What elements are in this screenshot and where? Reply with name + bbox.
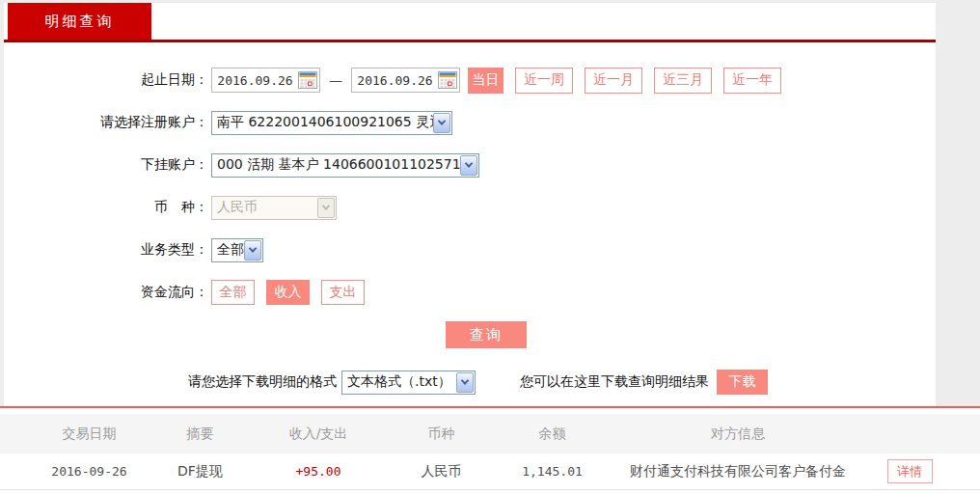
start-date-value: 2016.09.26: [212, 73, 298, 88]
header-currency: 币种: [386, 425, 497, 443]
chevron-down-icon: [438, 117, 446, 124]
register-account-label: 请选择注册账户：: [4, 114, 208, 131]
fund-flow-label: 资金流向：: [4, 284, 208, 301]
fund-flow-expense-button[interactable]: 支出: [321, 280, 365, 305]
select-arrow-button[interactable]: [244, 240, 261, 261]
query-form: 起止日期： 2016.09.26: [4, 59, 936, 398]
download-hint-text: 您可以在这里下载查询明细结果: [520, 373, 709, 391]
cell-summary: DF提现: [150, 463, 251, 480]
query-button[interactable]: 查询: [446, 321, 527, 348]
date-range-label: 起止日期：: [4, 71, 208, 89]
download-format-select[interactable]: 文本格式（.txt）: [341, 370, 476, 395]
detail-button[interactable]: 详情: [887, 459, 933, 483]
sub-account-row: 下挂账户： 000 活期 基本户 1406600101102571848: [4, 144, 936, 186]
chevron-down-icon: [249, 244, 257, 252]
download-format-value: 文本格式（.txt）: [342, 373, 456, 391]
header-trade-date: 交易日期: [29, 425, 150, 443]
header-counterparty: 对方信息: [608, 425, 868, 443]
date-range-row: 起止日期： 2016.09.26: [4, 59, 936, 101]
sub-account-value: 000 活期 基本户 1406600101102571848: [212, 156, 460, 174]
table-header-row: 交易日期 摘要 收入/支出 币种 余额 对方信息: [0, 414, 980, 453]
tab-detail-query[interactable]: 明细查询: [8, 3, 151, 40]
quick-range-week-button[interactable]: 近一周: [515, 68, 573, 94]
fund-flow-income-button[interactable]: 收入: [266, 280, 310, 305]
calendar-icon[interactable]: [298, 71, 317, 89]
quick-range-quarter-button[interactable]: 近三月: [654, 68, 712, 94]
cell-balance: 1,145.01: [497, 464, 608, 479]
business-type-value: 全部: [212, 241, 244, 259]
end-date-input[interactable]: 2016.09.26: [351, 68, 460, 93]
chevron-down-icon: [465, 159, 473, 167]
business-type-label: 业务类型：: [4, 241, 208, 259]
date-separator: —: [329, 72, 342, 88]
quick-range-today-button[interactable]: 当日: [468, 68, 504, 94]
tab-underline: [4, 40, 936, 42]
quick-range-year-button[interactable]: 近一年: [723, 68, 781, 94]
register-account-row: 请选择注册账户： 南平 6222001406100921065 灵通卡: [4, 101, 936, 144]
end-date-value: 2016.09.26: [352, 73, 438, 88]
currency-select: 人民币: [211, 196, 337, 220]
cell-amount: +95.00: [251, 464, 386, 479]
result-table-section: 交易日期 摘要 收入/支出 币种 余额 对方信息 2016-09-26 DF提现…: [0, 406, 980, 494]
query-button-row: 查询: [4, 314, 936, 356]
fund-flow-all-button[interactable]: 全部: [211, 280, 255, 305]
cell-currency: 人民币: [386, 463, 497, 480]
select-arrow-button: [317, 198, 335, 218]
query-panel: 明细查询 起止日期： 2016.09.26: [4, 3, 936, 406]
currency-value: 人民币: [212, 199, 317, 216]
select-arrow-button[interactable]: [433, 113, 450, 133]
business-type-select[interactable]: 全部: [211, 238, 263, 262]
chevron-down-icon: [461, 376, 469, 384]
header-income-expense: 收入/支出: [251, 425, 386, 443]
download-format-label: 请您选择下载明细的格式: [188, 373, 337, 391]
header-balance: 余额: [497, 425, 608, 443]
start-date-input[interactable]: 2016.09.26: [211, 68, 320, 93]
cell-counterparty: 财付通支付科技有限公司客户备付金: [608, 463, 868, 480]
register-account-value: 南平 6222001406100921065 灵通卡: [212, 114, 433, 131]
currency-label: 币 种：: [4, 199, 208, 216]
sub-account-select[interactable]: 000 活期 基本户 1406600101102571848: [211, 153, 479, 178]
select-arrow-button[interactable]: [460, 155, 477, 176]
table-top-divider: [0, 406, 980, 408]
chevron-down-icon: [322, 202, 330, 209]
calendar-icon[interactable]: [438, 71, 457, 89]
quick-range-month-button[interactable]: 近一月: [585, 68, 642, 94]
download-button[interactable]: 下载: [717, 370, 768, 395]
cell-trade-date: 2016-09-26: [29, 464, 150, 479]
select-arrow-button[interactable]: [456, 372, 474, 393]
sub-account-label: 下挂账户：: [4, 156, 208, 174]
currency-row: 币 种： 人民币: [4, 186, 936, 229]
table-row: 2016-09-26 DF提现 +95.00 人民币 1,145.01 财付通支…: [0, 453, 980, 490]
header-summary: 摘要: [150, 425, 251, 443]
business-type-row: 业务类型： 全部: [4, 229, 936, 271]
download-row: 请您选择下载明细的格式 文本格式（.txt） 您可以在这里下载查询明细结果 下载: [188, 367, 936, 398]
fund-flow-row: 资金流向： 全部 收入 支出: [4, 271, 936, 314]
register-account-select[interactable]: 南平 6222001406100921065 灵通卡: [211, 111, 452, 135]
